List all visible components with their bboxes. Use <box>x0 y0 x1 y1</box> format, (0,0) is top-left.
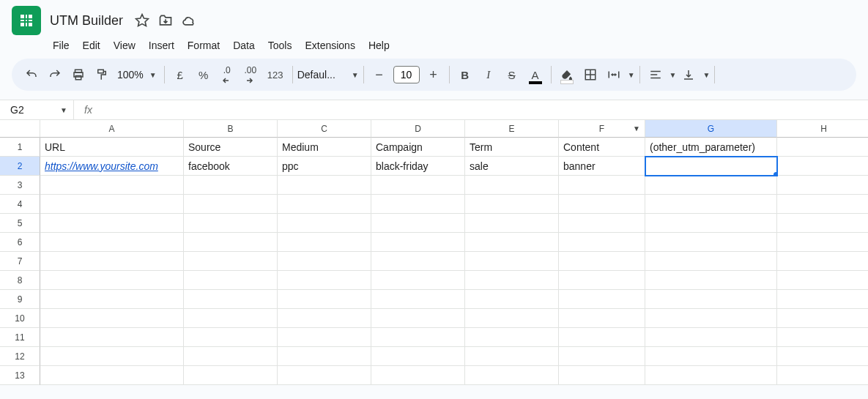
cell-A3[interactable] <box>40 176 184 195</box>
doc-title[interactable]: UTM Builder <box>47 13 123 29</box>
cell-G5[interactable] <box>645 214 777 233</box>
font-dropdown[interactable]: Defaul... <box>297 69 349 81</box>
fill-color-button[interactable] <box>556 64 578 86</box>
cell-E12[interactable] <box>465 347 559 366</box>
cell-G13[interactable] <box>645 366 777 385</box>
cell-D5[interactable] <box>371 214 465 233</box>
cell-D6[interactable] <box>371 233 465 252</box>
cell-C2[interactable]: ppc <box>278 157 371 176</box>
row-header-9[interactable]: 9 <box>0 290 40 309</box>
select-all-corner[interactable] <box>0 120 40 138</box>
cell-D8[interactable] <box>371 271 465 290</box>
col-header-B[interactable]: B <box>184 120 278 138</box>
cell-G8[interactable] <box>645 271 777 290</box>
cell-F4[interactable] <box>559 195 645 214</box>
row-header-8[interactable]: 8 <box>0 271 40 290</box>
cloud-icon[interactable] <box>182 13 196 28</box>
menu-tools[interactable]: Tools <box>262 37 298 54</box>
col-header-A[interactable]: A <box>40 120 184 138</box>
cell-B5[interactable] <box>184 214 278 233</box>
cell-A4[interactable] <box>40 195 184 214</box>
cell-D9[interactable] <box>371 290 465 309</box>
v-align-button[interactable] <box>678 64 700 86</box>
cell-H10[interactable] <box>777 309 868 328</box>
undo-button[interactable] <box>21 64 42 86</box>
cell-A10[interactable] <box>40 309 184 328</box>
col-header-D[interactable]: D <box>371 120 465 138</box>
cell-C6[interactable] <box>278 233 371 252</box>
cell-C12[interactable] <box>278 347 371 366</box>
cell-H8[interactable] <box>777 271 868 290</box>
h-align-button[interactable] <box>645 64 667 86</box>
cell-E13[interactable] <box>465 366 559 385</box>
cell-B1[interactable]: Source <box>184 138 278 157</box>
row-header-1[interactable]: 1 <box>0 138 40 157</box>
increase-decimal-button[interactable]: .00 <box>240 64 261 86</box>
cell-B9[interactable] <box>184 290 278 309</box>
cell-G10[interactable] <box>645 309 777 328</box>
cell-F12[interactable] <box>559 347 645 366</box>
cell-H9[interactable] <box>777 290 868 309</box>
cell-E7[interactable] <box>465 252 559 271</box>
cell-F10[interactable] <box>559 309 645 328</box>
cell-B3[interactable] <box>184 176 278 195</box>
col-header-F[interactable]: F▼ <box>559 120 645 138</box>
menu-help[interactable]: Help <box>363 37 396 54</box>
cell-H3[interactable] <box>777 176 868 195</box>
star-icon[interactable] <box>135 13 149 28</box>
cell-B8[interactable] <box>184 271 278 290</box>
col-header-C[interactable]: C <box>278 120 371 138</box>
cell-E8[interactable] <box>465 271 559 290</box>
col-header-E[interactable]: E <box>465 120 559 138</box>
cell-E4[interactable] <box>465 195 559 214</box>
cell-D11[interactable] <box>371 328 465 347</box>
cell-A9[interactable] <box>40 290 184 309</box>
cell-A7[interactable] <box>40 252 184 271</box>
cell-F13[interactable] <box>559 366 645 385</box>
cell-E2[interactable]: sale <box>465 157 559 176</box>
print-button[interactable] <box>67 64 89 86</box>
row-header-2[interactable]: 2 <box>0 157 40 176</box>
cell-C1[interactable]: Medium <box>278 138 371 157</box>
cell-D2[interactable]: black-friday <box>371 157 465 176</box>
move-icon[interactable] <box>158 13 173 28</box>
cell-H5[interactable] <box>777 214 868 233</box>
cell-G9[interactable] <box>645 290 777 309</box>
cell-G1[interactable]: (other_utm_parameter) <box>645 138 777 157</box>
cell-B6[interactable] <box>184 233 278 252</box>
font-size-input[interactable] <box>393 66 420 83</box>
cell-H13[interactable] <box>777 366 868 385</box>
cell-B12[interactable] <box>184 347 278 366</box>
cell-E6[interactable] <box>465 233 559 252</box>
cell-F3[interactable] <box>559 176 645 195</box>
cell-D3[interactable] <box>371 176 465 195</box>
cell-G7[interactable] <box>645 252 777 271</box>
row-header-6[interactable]: 6 <box>0 233 40 252</box>
cell-A1[interactable]: URL <box>40 138 184 157</box>
cell-F5[interactable] <box>559 214 645 233</box>
cell-H12[interactable] <box>777 347 868 366</box>
cell-B4[interactable] <box>184 195 278 214</box>
cell-F1[interactable]: Content <box>559 138 645 157</box>
cell-H7[interactable] <box>777 252 868 271</box>
cell-C13[interactable] <box>278 366 371 385</box>
cell-B10[interactable] <box>184 309 278 328</box>
menu-view[interactable]: View <box>108 37 141 54</box>
cell-C5[interactable] <box>278 214 371 233</box>
row-header-10[interactable]: 10 <box>0 309 40 328</box>
more-formats-button[interactable]: 123 <box>263 64 288 86</box>
chevron-down-icon[interactable]: ▼ <box>633 124 640 133</box>
cell-F9[interactable] <box>559 290 645 309</box>
col-header-G[interactable]: G <box>645 120 777 138</box>
cell-D1[interactable]: Campaign <box>371 138 465 157</box>
cell-G11[interactable] <box>645 328 777 347</box>
cell-H1[interactable] <box>777 138 868 157</box>
cell-G4[interactable] <box>645 195 777 214</box>
cell-C11[interactable] <box>278 328 371 347</box>
menu-insert[interactable]: Insert <box>143 37 180 54</box>
text-color-button[interactable]: A <box>524 64 546 86</box>
cell-H6[interactable] <box>777 233 868 252</box>
decrease-font-button[interactable]: − <box>368 64 390 86</box>
row-header-4[interactable]: 4 <box>0 195 40 214</box>
cell-F11[interactable] <box>559 328 645 347</box>
